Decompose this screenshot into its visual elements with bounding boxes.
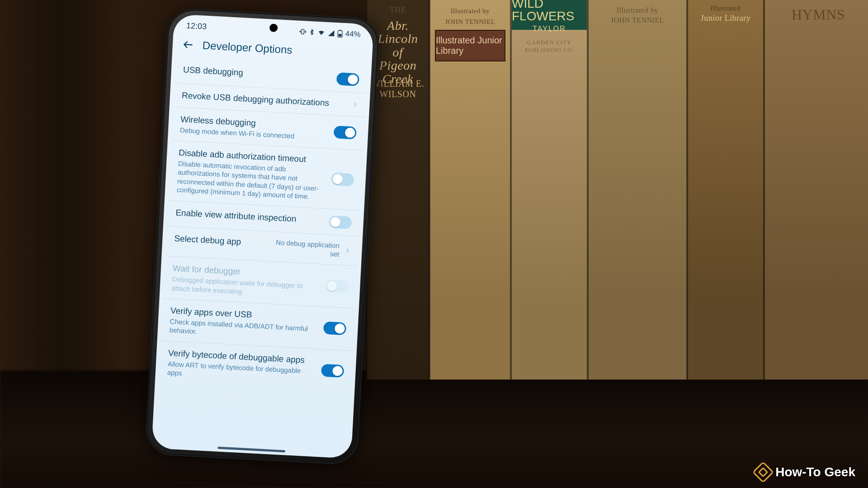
svg-rect-0 [302, 29, 304, 34]
svg-rect-2 [339, 34, 342, 37]
toggle-wait-debugger [326, 279, 349, 293]
book-spine: HYMNS [764, 0, 868, 380]
row-title: Enable view attribute inspection [175, 207, 324, 226]
row-subtitle: Disable automatic revocation of adb auth… [177, 159, 327, 202]
toggle-adb-timeout[interactable] [331, 173, 354, 187]
book-spine: Illustrated by JOHN TENNIEL [588, 0, 687, 380]
toggle-usb-debugging[interactable] [336, 72, 359, 86]
row-title: Revoke USB debugging authorizations [181, 90, 347, 109]
signal-icon [327, 29, 335, 37]
book-spine: Illustrated Junior Library [687, 0, 764, 380]
background-bookshelf: THE Abr. Lincoln of Pigeon Creek WILLIAM… [0, 0, 868, 488]
bluetooth-icon [308, 28, 315, 36]
page-title: Developer Options [202, 39, 292, 56]
arrow-left-icon [182, 38, 194, 51]
phone-screen: 12:03 44% [151, 14, 374, 459]
toggle-verify-apps-usb[interactable] [323, 322, 346, 336]
settings-list[interactable]: USB debugging Revoke USB debugging autho… [154, 57, 372, 411]
vibrate-icon [299, 28, 307, 36]
row-adb-timeout[interactable]: Disable adb authorization timeout Disabl… [168, 141, 363, 211]
chevron-right-icon [352, 100, 358, 109]
toggle-verify-bytecode[interactable] [321, 364, 344, 378]
chevron-right-icon [344, 246, 350, 255]
phone-device: 12:03 44% [145, 7, 380, 465]
row-title: USB debugging [183, 64, 331, 83]
howtogeek-logo-icon [752, 461, 774, 483]
battery-percent: 44% [345, 29, 361, 39]
gesture-nav-pill[interactable] [217, 446, 285, 452]
battery-icon [337, 29, 343, 38]
toggle-wireless-debugging[interactable] [334, 126, 357, 140]
toggle-view-attr[interactable] [329, 215, 352, 229]
back-button[interactable] [181, 38, 194, 51]
status-time: 12:03 [186, 21, 207, 31]
book-spine: Illustrated by JOHN TENNIEL Illustrated … [429, 0, 511, 380]
watermark: How-To Geek [755, 465, 855, 480]
svg-rect-3 [340, 30, 341, 31]
wifi-icon [317, 29, 326, 37]
row-title: Select debug app [174, 233, 267, 249]
book-spine: WILD FLOWERSTAYLOR GARDEN CITY PUBLISHIN… [511, 0, 588, 380]
row-value: No debug application set [271, 238, 340, 258]
